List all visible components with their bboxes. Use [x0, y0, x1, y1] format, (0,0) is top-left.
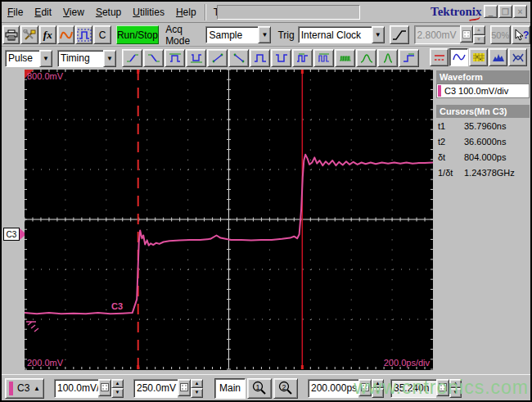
- timebase-label: 200.0ps/div: [384, 358, 430, 368]
- positive-width-measure-button[interactable]: [165, 49, 185, 67]
- keypad-icon[interactable]: [358, 379, 372, 396]
- positive-width-icon: [169, 53, 182, 63]
- negative-pulse-icon: [275, 53, 288, 63]
- chevron-down-icon[interactable]: ▼: [103, 50, 116, 67]
- positive-slope-icon: [211, 53, 224, 63]
- horizontal-position-spinner[interactable]: ▲▼: [449, 379, 462, 398]
- spin-down-icon[interactable]: ▼: [372, 388, 384, 398]
- keypad-icon[interactable]: [436, 379, 449, 396]
- settle-step-icon: [403, 53, 416, 63]
- zoom2-button[interactable]: 2: [273, 378, 298, 399]
- period-measure-button[interactable]: [292, 49, 313, 67]
- waveform-list-item[interactable]: C3 100.0mV/div: [436, 84, 530, 98]
- chevron-down-icon[interactable]: ▼: [39, 50, 52, 67]
- vertical-scale-spinner[interactable]: ▲▼: [111, 379, 124, 398]
- waveform-display-button[interactable]: [57, 25, 74, 44]
- trig-source-select[interactable]: Internal Clock ▼: [298, 26, 385, 43]
- spin-down-icon[interactable]: ▼: [473, 35, 485, 45]
- spin-down-icon[interactable]: ▼: [191, 388, 203, 398]
- pulse-source-button[interactable]: [75, 25, 92, 44]
- timebase-mode-button[interactable]: Main: [214, 378, 246, 399]
- menu-item-file[interactable]: File: [2, 3, 29, 21]
- print-button[interactable]: [2, 25, 20, 44]
- trig-level-spinner[interactable]: ▲ ▼: [473, 25, 485, 44]
- clear-button[interactable]: C: [93, 25, 110, 44]
- mask-eye-button[interactable]: [508, 48, 527, 66]
- cursors-button[interactable]: [430, 48, 449, 66]
- menu-item-help[interactable]: Help: [170, 3, 202, 21]
- signal-type-select[interactable]: Pulse ▼: [5, 50, 52, 67]
- gaussian-wide-icon: [360, 53, 373, 63]
- menu-item-view[interactable]: View: [57, 3, 90, 21]
- channel-select-button[interactable]: C3 ▲: [5, 378, 44, 399]
- menu-item-utilities[interactable]: Utilities: [127, 3, 170, 21]
- spin-up-icon[interactable]: ▲: [473, 25, 485, 35]
- tools-icon: [23, 29, 36, 41]
- negative-pulse-measure-button[interactable]: [271, 49, 291, 67]
- display-area: C3 800.0mV 200.0mV 200.0ps/div C3 Wavefo…: [2, 69, 530, 374]
- waveform-view-button[interactable]: [449, 48, 468, 66]
- keypad-icon[interactable]: [178, 379, 191, 396]
- svg-text:1: 1: [256, 383, 260, 391]
- menu-item-edit[interactable]: Edit: [29, 3, 57, 21]
- settle-step-measure-button[interactable]: [399, 49, 419, 67]
- maximize-button[interactable]: ❐: [498, 5, 512, 18]
- fall-time-measure-button[interactable]: [143, 49, 164, 67]
- zoom1-button[interactable]: 1: [247, 378, 272, 399]
- vertical-offset-value[interactable]: 250.0mV: [133, 379, 178, 398]
- spin-up-icon[interactable]: ▲: [111, 379, 124, 389]
- menu-item-setup[interactable]: Setup: [90, 3, 127, 21]
- set-50-percent-button[interactable]: 50%: [490, 25, 512, 44]
- trig-level-control: 2.800mV ▲ ▼: [414, 25, 485, 44]
- horizontal-scale-control: 200.000ps ▲▼: [308, 379, 384, 398]
- waveform-view-icon: [453, 52, 466, 62]
- positive-pulse-measure-button[interactable]: [250, 49, 270, 67]
- vertical-scale-value[interactable]: 100.0mV/: [54, 379, 98, 398]
- positive-slope-measure-button[interactable]: [207, 49, 228, 67]
- rise-time-measure-button[interactable]: [122, 49, 142, 67]
- chevron-down-icon[interactable]: ▼: [258, 26, 271, 43]
- burst-measure-button[interactable]: [335, 49, 355, 67]
- close-button[interactable]: ×: [513, 5, 527, 18]
- bottom-scale-label: 200.0mV: [27, 358, 63, 368]
- spin-down-icon[interactable]: ▼: [111, 388, 124, 398]
- trig-level-value[interactable]: 2.800mV: [414, 25, 460, 44]
- waveform-graticule[interactable]: 800.0mV 200.0mV 200.0ps/div C3: [25, 70, 433, 370]
- measure-category-select[interactable]: Timing ▼: [57, 50, 116, 67]
- help-cursor-icon: ?: [514, 29, 529, 42]
- histogram-button[interactable]: [489, 48, 507, 66]
- acq-mode-select[interactable]: Sample ▼: [205, 26, 271, 43]
- context-help-button[interactable]: ?: [512, 25, 530, 44]
- channel-color-stripe: [438, 85, 441, 97]
- vertical-offset-spinner[interactable]: ▲▼: [191, 379, 203, 398]
- trace-label: C3: [111, 301, 123, 311]
- setup-tools-button[interactable]: [20, 25, 38, 44]
- frequency-measure-button[interactable]: [313, 49, 334, 67]
- gaussian-wide-measure-button[interactable]: [356, 49, 376, 67]
- cursors-icon: [433, 52, 446, 62]
- color-grade-button[interactable]: [469, 48, 488, 66]
- run-stop-button[interactable]: Run/Stop: [116, 25, 159, 44]
- horizontal-scale-value[interactable]: 200.000ps: [308, 379, 358, 398]
- minimize-button[interactable]: _: [484, 5, 498, 18]
- trig-slope-button[interactable]: [390, 25, 409, 44]
- spin-up-icon[interactable]: ▲: [449, 379, 462, 389]
- keypad-icon[interactable]: [98, 379, 111, 396]
- readout-name: δt: [438, 152, 464, 162]
- negative-slope-measure-button[interactable]: [228, 49, 249, 67]
- spin-up-icon[interactable]: ▲: [372, 379, 384, 389]
- magnifier-1-icon: 1: [251, 381, 268, 395]
- spin-down-icon[interactable]: ▼: [449, 388, 462, 398]
- spin-up-icon[interactable]: ▲: [191, 379, 203, 389]
- readout-name: t1: [438, 121, 464, 131]
- chevron-down-icon[interactable]: ▼: [372, 26, 385, 43]
- negative-width-measure-button[interactable]: [186, 49, 206, 67]
- gaussian-narrow-measure-button[interactable]: [377, 49, 398, 67]
- readout-value: 804.000ps: [464, 152, 506, 162]
- math-fx-button[interactable]: fx: [39, 25, 56, 44]
- keypad-icon[interactable]: [460, 25, 473, 43]
- horizontal-position-value[interactable]: 35.240n: [390, 379, 436, 398]
- channel-marker[interactable]: C3: [3, 228, 26, 241]
- horizontal-scale-spinner[interactable]: ▲▼: [372, 379, 384, 398]
- magnifier-2-icon: 2: [277, 381, 294, 395]
